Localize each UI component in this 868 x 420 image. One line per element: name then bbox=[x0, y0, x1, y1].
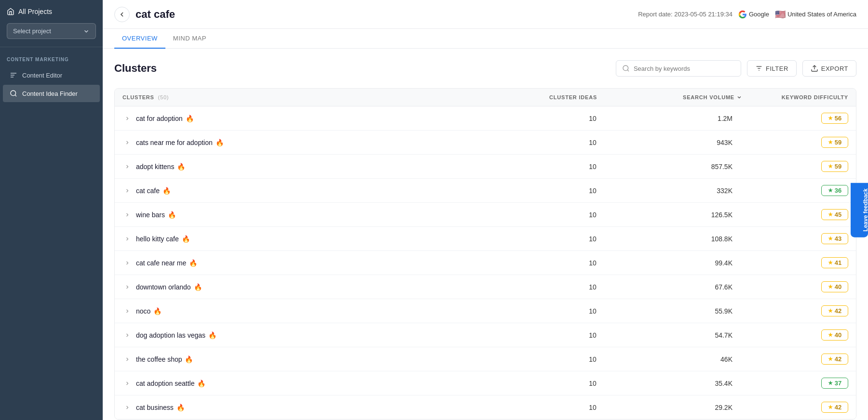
expand-icon[interactable] bbox=[122, 234, 132, 244]
all-projects-link[interactable]: All Projects bbox=[7, 8, 96, 15]
difficulty-badge: ★ 43 bbox=[821, 233, 848, 244]
diff-cell: ★ 59 bbox=[742, 137, 848, 148]
sidebar-item-content-editor[interactable]: Content Editor bbox=[3, 66, 100, 84]
diff-cell: ★ 42 bbox=[742, 402, 848, 413]
expand-icon[interactable] bbox=[122, 379, 132, 388]
search-icon bbox=[622, 65, 630, 72]
tab-overview[interactable]: OVERVIEW bbox=[114, 29, 165, 49]
clusters-header: Clusters FILTER bbox=[114, 60, 856, 77]
search-engine-label: Google bbox=[749, 11, 769, 18]
cluster-name: cat cafe 🔥 bbox=[136, 187, 171, 195]
volume-cell: 857.5K bbox=[636, 163, 742, 171]
difficulty-badge: ★ 42 bbox=[821, 354, 848, 365]
clusters-table: CLUSTERS (50) CLUSTER IDEAS SEARCH VOLUM… bbox=[114, 88, 856, 420]
fire-icon: 🔥 bbox=[182, 235, 190, 243]
col-clusters-label: CLUSTERS bbox=[122, 94, 154, 100]
export-button[interactable]: EXPORT bbox=[802, 60, 856, 77]
search-input[interactable] bbox=[634, 65, 735, 72]
cluster-cell: cat cafe near me 🔥 bbox=[122, 258, 549, 268]
table-row: cats near me for adoption 🔥 10 943K ★ 59 bbox=[115, 131, 856, 155]
star-icon: ★ bbox=[828, 308, 833, 314]
tab-mind-map[interactable]: MIND MAP bbox=[165, 29, 214, 49]
star-icon: ★ bbox=[828, 211, 833, 218]
page-title: cat cafe bbox=[136, 8, 175, 21]
cluster-name: hello kitty cafe 🔥 bbox=[136, 235, 190, 243]
expand-icon[interactable] bbox=[122, 114, 132, 123]
filter-label: FILTER bbox=[766, 65, 788, 72]
fire-icon: 🔥 bbox=[216, 139, 224, 146]
difficulty-badge: ★ 42 bbox=[821, 305, 848, 316]
expand-icon[interactable] bbox=[122, 162, 132, 171]
diff-cell: ★ 42 bbox=[742, 354, 848, 365]
cluster-name: noco 🔥 bbox=[136, 307, 162, 315]
clusters-area: Clusters FILTER bbox=[103, 49, 868, 420]
cluster-cell: adopt kittens 🔥 bbox=[122, 162, 549, 171]
feedback-tab[interactable]: Leave feedback bbox=[851, 183, 868, 237]
chevron-right-icon bbox=[124, 116, 130, 121]
expand-icon[interactable] bbox=[122, 403, 132, 412]
difficulty-value: 42 bbox=[835, 307, 841, 315]
difficulty-badge: ★ 41 bbox=[821, 257, 848, 268]
sidebar: All Projects Select project CONTENT MARK… bbox=[0, 0, 103, 420]
cluster-name: the coffee shop 🔥 bbox=[136, 355, 193, 363]
table-row: dog adoption las vegas 🔥 10 54.7K ★ 40 bbox=[115, 323, 856, 347]
col-volume[interactable]: SEARCH VOLUME bbox=[636, 94, 742, 100]
keyword-search-box[interactable] bbox=[616, 60, 741, 77]
difficulty-value: 59 bbox=[835, 163, 841, 170]
header: cat cafe Report date: 2023-05-05 21:19:3… bbox=[103, 0, 868, 29]
table-row: cat for adoption 🔥 10 1.2M ★ 56 bbox=[115, 106, 856, 131]
volume-cell: 332K bbox=[636, 187, 742, 195]
ideas-cell: 10 bbox=[549, 355, 636, 363]
difficulty-value: 37 bbox=[835, 380, 841, 387]
ideas-cell: 10 bbox=[549, 115, 636, 122]
col-difficulty-label: KEYWORD DIFFICULTY bbox=[782, 94, 848, 100]
difficulty-badge: ★ 37 bbox=[821, 378, 848, 389]
col-difficulty: KEYWORD DIFFICULTY bbox=[742, 94, 848, 100]
difficulty-badge: ★ 40 bbox=[821, 281, 848, 292]
sidebar-item-content-idea-finder[interactable]: Content Idea Finder bbox=[3, 85, 100, 102]
svg-point-3 bbox=[11, 91, 16, 96]
content-editor-icon bbox=[10, 71, 17, 79]
select-project-dropdown[interactable]: Select project bbox=[7, 23, 96, 39]
home-icon bbox=[7, 8, 14, 15]
col-clusters: CLUSTERS (50) bbox=[122, 94, 549, 100]
star-icon: ★ bbox=[828, 356, 833, 362]
cluster-name: cat adoption seattle 🔥 bbox=[136, 380, 205, 387]
volume-cell: 1.2M bbox=[636, 115, 742, 122]
expand-icon[interactable] bbox=[122, 306, 132, 316]
chevron-right-icon bbox=[124, 140, 130, 145]
sidebar-top: All Projects Select project bbox=[0, 0, 103, 47]
difficulty-badge: ★ 45 bbox=[821, 209, 848, 220]
clusters-actions: FILTER EXPORT bbox=[616, 60, 856, 77]
content-editor-label: Content Editor bbox=[22, 72, 62, 79]
expand-icon[interactable] bbox=[122, 210, 132, 220]
diff-cell: ★ 40 bbox=[742, 329, 848, 341]
table-row: noco 🔥 10 55.9K ★ 42 bbox=[115, 299, 856, 323]
table-row: cat business 🔥 10 29.2K ★ 42 bbox=[115, 395, 856, 419]
feedback-tab-wrapper: Leave feedback bbox=[851, 183, 868, 237]
expand-icon[interactable] bbox=[122, 354, 132, 364]
expand-icon[interactable] bbox=[122, 186, 132, 196]
volume-cell: 99.4K bbox=[636, 259, 742, 267]
cluster-name: cat business 🔥 bbox=[136, 404, 185, 411]
fire-icon: 🔥 bbox=[168, 211, 176, 219]
star-icon: ★ bbox=[828, 380, 833, 386]
google-icon bbox=[738, 10, 747, 19]
expand-icon[interactable] bbox=[122, 258, 132, 268]
expand-icon[interactable] bbox=[122, 330, 132, 340]
fire-icon: 🔥 bbox=[197, 380, 205, 387]
chevron-right-icon bbox=[124, 332, 130, 338]
back-icon bbox=[118, 11, 126, 18]
expand-icon[interactable] bbox=[122, 138, 132, 147]
back-button[interactable] bbox=[114, 7, 130, 22]
cluster-cell: wine bars 🔥 bbox=[122, 210, 549, 220]
difficulty-value: 45 bbox=[835, 211, 841, 218]
fire-icon: 🔥 bbox=[208, 331, 217, 339]
ideas-cell: 10 bbox=[549, 139, 636, 146]
star-icon: ★ bbox=[828, 332, 833, 338]
volume-cell: 108.8K bbox=[636, 235, 742, 243]
difficulty-badge: ★ 42 bbox=[821, 402, 848, 413]
filter-button[interactable]: FILTER bbox=[747, 60, 797, 77]
expand-icon[interactable] bbox=[122, 282, 132, 292]
chevron-down-icon bbox=[83, 28, 90, 35]
